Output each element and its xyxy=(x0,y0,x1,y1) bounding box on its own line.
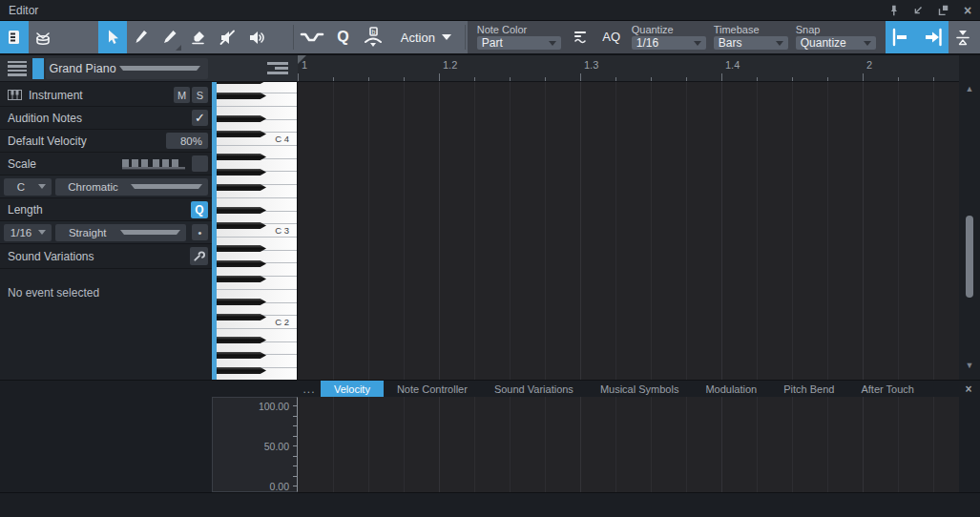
pin-icon[interactable] xyxy=(881,2,906,19)
keys-header xyxy=(212,55,298,82)
note-color-group: Note Color Part xyxy=(473,23,565,51)
mute-tool-button[interactable] xyxy=(213,21,241,53)
sound-variations-label: Sound Variations xyxy=(8,250,188,263)
ruler-label: 2 xyxy=(866,59,872,71)
black-key[interactable] xyxy=(217,82,266,84)
audition-notes-checkbox[interactable]: ✓ xyxy=(192,110,208,126)
mute-button[interactable]: M xyxy=(174,87,190,103)
length-value-dropdown[interactable]: 1/16 xyxy=(4,224,52,241)
piano-keyboard[interactable]: C 4C 3C 2 xyxy=(212,82,298,380)
tab-note-controller[interactable]: Note Controller xyxy=(384,381,481,397)
detach-icon[interactable] xyxy=(906,2,930,19)
scale-type-dropdown[interactable]: Chromatic xyxy=(55,178,208,196)
black-key[interactable] xyxy=(217,154,266,160)
chevron-down-icon xyxy=(38,230,46,235)
drum-view-button[interactable] xyxy=(29,21,57,53)
length-mode-dropdown[interactable]: Straight xyxy=(55,224,186,241)
quantize-q-button[interactable]: Q xyxy=(328,21,357,53)
scale-tick xyxy=(293,465,297,466)
auto-quantize-toggle[interactable]: AQ xyxy=(595,23,628,51)
grid-line xyxy=(404,397,405,492)
track-selector[interactable]: Grand Piano xyxy=(46,58,208,79)
dot-button[interactable]: • xyxy=(192,224,208,240)
black-key[interactable] xyxy=(217,352,266,359)
chevron-down-icon xyxy=(776,41,783,46)
grid-line xyxy=(933,82,934,380)
transform-zigzag-icon[interactable] xyxy=(296,21,329,53)
note-grid[interactable] xyxy=(298,82,959,380)
velocity-lane[interactable] xyxy=(298,397,959,492)
tab-after-touch[interactable]: After Touch xyxy=(847,381,927,397)
scale-value-label: 100.00 xyxy=(259,401,289,412)
chevron-down-icon xyxy=(549,41,556,46)
scrollbar-thumb[interactable] xyxy=(966,216,973,298)
chevron-down-icon xyxy=(119,66,200,71)
tab-pitch-bend[interactable]: Pitch Bend xyxy=(770,381,847,397)
chevron-down-icon xyxy=(120,230,181,235)
scroll-up-arrow[interactable]: ▲ xyxy=(959,82,980,95)
pianoroll-view-button[interactable] xyxy=(0,21,29,53)
grid-line xyxy=(474,82,475,380)
grid-line xyxy=(580,397,581,492)
popout-icon[interactable] xyxy=(930,2,955,19)
close-icon[interactable]: × xyxy=(955,2,980,19)
default-velocity-field[interactable]: 80% xyxy=(166,133,208,149)
black-key[interactable] xyxy=(217,131,266,137)
black-key[interactable] xyxy=(217,276,266,282)
action-dropdown[interactable]: Action xyxy=(389,21,463,53)
black-key[interactable] xyxy=(217,207,266,214)
arrow-tool-button[interactable] xyxy=(98,21,127,53)
humanize-icon[interactable] xyxy=(565,23,595,51)
snap-dropdown[interactable]: Quantize xyxy=(796,36,876,50)
timeline-ruler[interactable]: 11.21.31.42 xyxy=(298,55,959,82)
split-tool-button[interactable] xyxy=(127,21,156,53)
length-quantize-button[interactable]: Q xyxy=(191,201,208,218)
tracklist-icon[interactable] xyxy=(267,62,288,74)
black-key[interactable] xyxy=(217,169,266,176)
vertical-scrollbar[interactable]: ▲ ▼ xyxy=(959,55,980,380)
black-key[interactable] xyxy=(217,314,266,321)
black-key[interactable] xyxy=(217,337,266,343)
black-key[interactable] xyxy=(217,299,266,305)
toolbar-settings-section: Note Color Part AQ Quantize 1/16 Timebas… xyxy=(468,21,886,53)
grid-line xyxy=(898,397,899,492)
tab-sound-variations[interactable]: Sound Variations xyxy=(481,381,587,397)
listen-tool-button[interactable] xyxy=(241,21,270,53)
eraser-tool-button[interactable] xyxy=(184,21,213,53)
grid-line xyxy=(863,397,864,492)
grid-line xyxy=(686,82,687,380)
octave-label: C 4 xyxy=(275,134,289,144)
black-key[interactable] xyxy=(217,222,266,229)
tool-dropdown-triangle[interactable] xyxy=(176,45,181,51)
tab-overflow-button[interactable]: ... xyxy=(298,381,321,397)
tab-modulation[interactable]: Modulation xyxy=(692,381,770,397)
solo-button[interactable]: S xyxy=(192,87,208,103)
black-key[interactable] xyxy=(217,367,266,374)
snap-to-grid-toggle[interactable] xyxy=(886,21,917,53)
black-key[interactable] xyxy=(217,93,266,99)
scale-tick xyxy=(293,486,297,486)
menu-icon[interactable] xyxy=(0,61,32,76)
black-key[interactable] xyxy=(217,260,266,267)
black-key[interactable] xyxy=(217,115,266,122)
scroll-down-arrow[interactable]: ▼ xyxy=(959,359,980,372)
note-color-dropdown[interactable]: Part xyxy=(477,36,561,50)
ruler-tick xyxy=(863,73,864,81)
scale-root-dropdown[interactable]: C xyxy=(4,178,52,196)
tab-musical-symbols[interactable]: Musical Symbols xyxy=(587,381,693,397)
panel-close-icon[interactable]: × xyxy=(957,381,980,397)
scale-checkbox[interactable] xyxy=(192,155,208,172)
timebase-dropdown[interactable]: Bars xyxy=(714,36,788,50)
black-key[interactable] xyxy=(217,245,266,252)
snap-group: Snap Quantize xyxy=(792,23,880,51)
black-key[interactable] xyxy=(217,184,266,191)
ruler-tick xyxy=(404,77,405,81)
autoscroll-toggle[interactable] xyxy=(917,21,949,53)
quantize-dropdown[interactable]: 1/16 xyxy=(632,36,706,50)
wrench-icon[interactable] xyxy=(190,247,208,265)
vertical-expand-icon[interactable] xyxy=(949,21,980,53)
articulation-icon[interactable]: b xyxy=(357,21,388,53)
tab-velocity[interactable]: Velocity xyxy=(321,381,384,397)
chevron-down-icon xyxy=(131,184,202,189)
paint-tool-button[interactable] xyxy=(156,21,184,53)
